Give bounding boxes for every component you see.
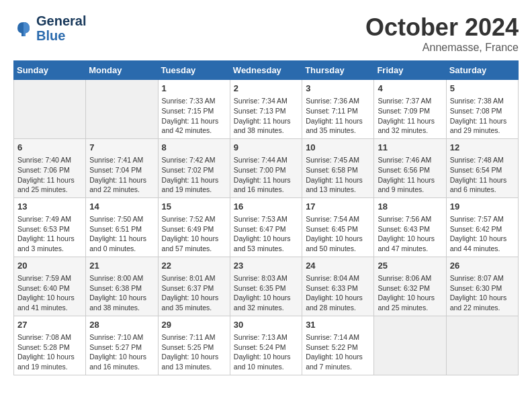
sunset-text: Sunset: 7:08 PM (450, 106, 515, 116)
day-number: 21 (89, 260, 154, 272)
calendar-cell: 10Sunrise: 7:45 AMSunset: 6:58 PMDayligh… (302, 138, 374, 197)
sunset-text: Sunset: 5:22 PM (306, 342, 370, 353)
calendar-cell: 18Sunrise: 7:56 AMSunset: 6:43 PMDayligh… (374, 197, 446, 257)
calendar-cell: 28Sunrise: 7:10 AMSunset: 5:27 PMDayligh… (86, 316, 158, 375)
sunrise-text: Sunrise: 7:11 AM (162, 332, 226, 342)
day-number: 14 (89, 201, 154, 213)
day-number: 2 (234, 83, 298, 95)
day-number: 15 (162, 201, 226, 213)
day-number: 12 (450, 142, 515, 154)
daylight-text: Daylight: 11 hours and 22 minutes. (89, 175, 154, 195)
daylight-text: Daylight: 11 hours and 25 minutes. (17, 175, 82, 195)
sunrise-text: Sunrise: 7:40 AM (17, 155, 82, 165)
calendar-cell: 4Sunrise: 7:37 AMSunset: 7:09 PMDaylight… (374, 80, 446, 139)
col-header-wednesday: Wednesday (230, 61, 302, 80)
sunrise-text: Sunrise: 8:01 AM (162, 273, 226, 283)
sunrise-text: Sunrise: 8:06 AM (378, 273, 442, 283)
calendar-cell: 27Sunrise: 7:08 AMSunset: 5:28 PMDayligh… (14, 316, 86, 375)
calendar-cell: 22Sunrise: 8:01 AMSunset: 6:37 PMDayligh… (158, 257, 230, 316)
col-header-tuesday: Tuesday (158, 61, 230, 80)
calendar-week-row: 6Sunrise: 7:40 AMSunset: 7:06 PMDaylight… (14, 138, 519, 197)
calendar-cell: 17Sunrise: 7:54 AMSunset: 6:45 PMDayligh… (302, 197, 374, 257)
sunrise-text: Sunrise: 7:10 AM (89, 332, 154, 342)
calendar-cell: 9Sunrise: 7:44 AMSunset: 7:00 PMDaylight… (230, 138, 302, 197)
calendar-cell (446, 316, 518, 375)
sunrise-text: Sunrise: 7:41 AM (89, 155, 154, 165)
day-number: 28 (89, 319, 154, 331)
day-number: 25 (378, 260, 442, 272)
daylight-text: Daylight: 11 hours and 16 minutes. (234, 175, 298, 195)
calendar-cell: 19Sunrise: 7:57 AMSunset: 6:42 PMDayligh… (446, 197, 518, 257)
sunrise-text: Sunrise: 7:36 AM (306, 96, 370, 106)
day-number: 18 (378, 201, 442, 213)
daylight-text: Daylight: 10 hours and 38 minutes. (89, 293, 154, 312)
day-number: 17 (306, 201, 370, 213)
day-number: 1 (162, 83, 226, 95)
sunset-text: Sunset: 6:38 PM (89, 283, 154, 293)
sunset-text: Sunset: 7:11 PM (306, 106, 370, 116)
day-number: 31 (306, 319, 370, 331)
sunset-text: Sunset: 7:00 PM (234, 165, 298, 175)
sunrise-text: Sunrise: 8:04 AM (306, 273, 370, 283)
calendar-week-row: 20Sunrise: 7:59 AMSunset: 6:40 PMDayligh… (14, 257, 519, 316)
calendar-cell (374, 316, 446, 375)
sunrise-text: Sunrise: 8:03 AM (234, 273, 298, 283)
sunset-text: Sunset: 6:47 PM (234, 224, 298, 234)
daylight-text: Daylight: 10 hours and 32 minutes. (234, 293, 298, 312)
daylight-text: Daylight: 10 hours and 53 minutes. (234, 234, 298, 253)
calendar-cell: 30Sunrise: 7:13 AMSunset: 5:24 PMDayligh… (230, 316, 302, 375)
daylight-text: Daylight: 11 hours and 9 minutes. (378, 175, 442, 195)
col-header-saturday: Saturday (446, 61, 518, 80)
sunrise-text: Sunrise: 7:44 AM (234, 155, 298, 165)
sunset-text: Sunset: 6:40 PM (17, 283, 82, 293)
sunset-text: Sunset: 6:54 PM (450, 165, 515, 175)
calendar-cell: 11Sunrise: 7:46 AMSunset: 6:56 PMDayligh… (374, 138, 446, 197)
sunrise-text: Sunrise: 7:14 AM (306, 332, 370, 342)
calendar-cell: 15Sunrise: 7:52 AMSunset: 6:49 PMDayligh… (158, 197, 230, 257)
calendar-table: SundayMondayTuesdayWednesdayThursdayFrid… (13, 60, 519, 375)
sunset-text: Sunset: 6:43 PM (378, 224, 442, 234)
sunset-text: Sunset: 6:42 PM (450, 224, 515, 234)
calendar-cell: 12Sunrise: 7:48 AMSunset: 6:54 PMDayligh… (446, 138, 518, 197)
calendar-cell: 20Sunrise: 7:59 AMSunset: 6:40 PMDayligh… (14, 257, 86, 316)
calendar-cell: 6Sunrise: 7:40 AMSunset: 7:06 PMDaylight… (14, 138, 86, 197)
sunset-text: Sunset: 6:30 PM (450, 283, 515, 293)
month-title: October 2024 (365, 13, 519, 42)
calendar-week-row: 27Sunrise: 7:08 AMSunset: 5:28 PMDayligh… (14, 316, 519, 375)
calendar-cell: 31Sunrise: 7:14 AMSunset: 5:22 PMDayligh… (302, 316, 374, 375)
daylight-text: Daylight: 11 hours and 35 minutes. (306, 116, 370, 136)
calendar-cell: 14Sunrise: 7:50 AMSunset: 6:51 PMDayligh… (86, 197, 158, 257)
daylight-text: Daylight: 11 hours and 19 minutes. (162, 175, 226, 195)
daylight-text: Daylight: 10 hours and 13 minutes. (162, 352, 226, 371)
sunrise-text: Sunrise: 8:07 AM (450, 273, 515, 283)
daylight-text: Daylight: 11 hours and 42 minutes. (162, 116, 226, 136)
col-header-thursday: Thursday (302, 61, 374, 80)
day-number: 9 (234, 142, 298, 154)
day-number: 7 (89, 142, 154, 154)
sunrise-text: Sunrise: 7:49 AM (17, 214, 82, 224)
sunset-text: Sunset: 7:13 PM (234, 106, 298, 116)
sunrise-text: Sunrise: 7:37 AM (378, 96, 442, 106)
sunset-text: Sunset: 6:45 PM (306, 224, 370, 234)
logo-text: General Blue (36, 13, 86, 43)
logo-icon (13, 18, 34, 38)
calendar-cell: 2Sunrise: 7:34 AMSunset: 7:13 PMDaylight… (230, 80, 302, 139)
sunrise-text: Sunrise: 7:50 AM (89, 214, 154, 224)
day-number: 4 (378, 83, 442, 95)
sunset-text: Sunset: 6:33 PM (306, 283, 370, 293)
day-number: 26 (450, 260, 515, 272)
daylight-text: Daylight: 10 hours and 7 minutes. (306, 352, 370, 371)
calendar-header-row: SundayMondayTuesdayWednesdayThursdayFrid… (14, 61, 519, 80)
sunrise-text: Sunrise: 7:56 AM (378, 214, 442, 224)
daylight-text: Daylight: 11 hours and 13 minutes. (306, 175, 370, 195)
daylight-text: Daylight: 11 hours and 3 minutes. (17, 234, 82, 253)
sunset-text: Sunset: 7:09 PM (378, 106, 442, 116)
sunrise-text: Sunrise: 7:54 AM (306, 214, 370, 224)
calendar-cell: 1Sunrise: 7:33 AMSunset: 7:15 PMDaylight… (158, 80, 230, 139)
sunset-text: Sunset: 7:15 PM (162, 106, 226, 116)
day-number: 29 (162, 319, 226, 331)
daylight-text: Daylight: 10 hours and 57 minutes. (162, 234, 226, 253)
day-number: 23 (234, 260, 298, 272)
sunset-text: Sunset: 7:04 PM (89, 165, 154, 175)
sunset-text: Sunset: 6:49 PM (162, 224, 226, 234)
